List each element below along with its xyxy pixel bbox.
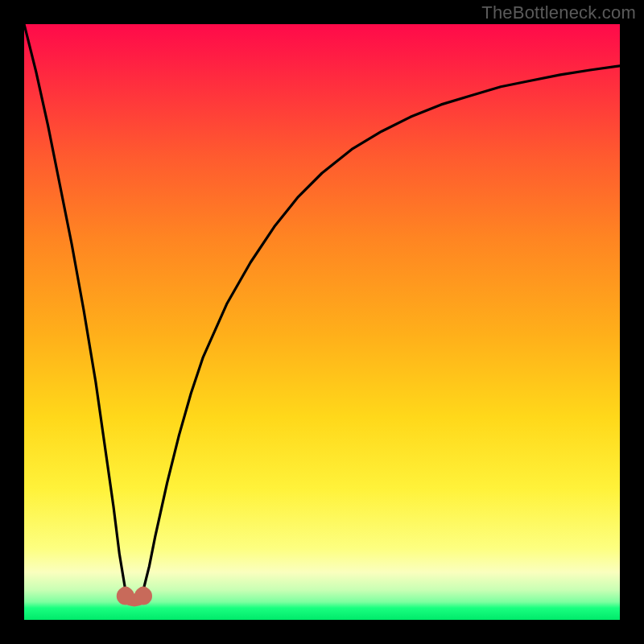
marker-dot-left (117, 587, 134, 605)
plot-area (24, 24, 620, 620)
bottleneck-curve (24, 24, 620, 602)
marker-dot-right (134, 587, 152, 605)
chart-frame: TheBottleneck.com (0, 0, 644, 644)
watermark-text: TheBottleneck.com (481, 2, 636, 23)
curve-layer (24, 24, 620, 620)
